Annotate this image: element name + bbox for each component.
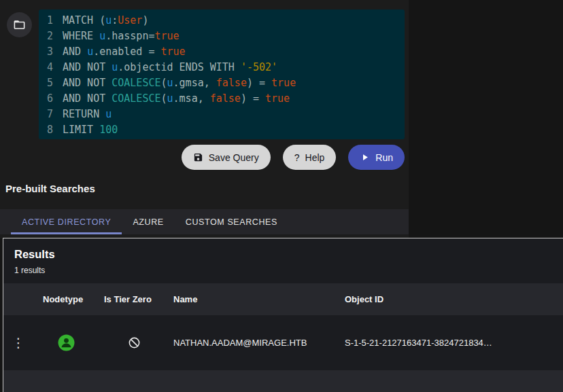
results-panel: Results 1 results Nodetype Is Tier Zero …: [3, 238, 563, 392]
row-tier-zero-cell: [99, 336, 169, 349]
question-mark-icon: ?: [294, 152, 300, 163]
save-query-button[interactable]: Save Query: [182, 145, 271, 170]
folder-icon: [13, 18, 26, 31]
prebuilt-tabs: ACTIVE DIRECTORY AZURE CUSTOM SEARCHES: [0, 209, 409, 234]
query-actions: Save Query ? Help Run: [182, 145, 405, 170]
code-line: 3AND u.enabled = true: [39, 44, 405, 60]
help-label: Help: [305, 152, 325, 163]
code-text: AND NOT COALESCE(u.msa, false) = true: [63, 91, 290, 107]
code-line: 8LIMIT 100: [39, 122, 405, 138]
column-header-tier-zero: Is Tier Zero: [99, 294, 169, 304]
code-line: 5AND NOT COALESCE(u.gmsa, false) = true: [39, 75, 405, 91]
code-line: 7RETURN u: [39, 107, 405, 122]
cypher-query-editor[interactable]: 1MATCH (u:User)2WHERE u.hasspn=true3AND …: [39, 10, 405, 139]
line-number: 1: [39, 13, 53, 29]
results-count: 1 results: [14, 266, 553, 275]
play-icon: [360, 152, 370, 162]
results-header: Results 1 results: [3, 238, 563, 283]
prebuilt-searches-title: Pre-built Searches: [5, 183, 95, 194]
line-number: 4: [39, 60, 53, 75]
results-title: Results: [14, 248, 553, 261]
code-text: MATCH (u:User): [63, 13, 148, 29]
not-tier-zero-icon: [128, 336, 141, 349]
code-text: LIMIT 100: [63, 122, 118, 138]
column-header-name: Name: [169, 294, 342, 304]
line-number: 6: [39, 91, 53, 107]
code-text: AND u.enabled = true: [63, 44, 186, 60]
code-line: 2WHERE u.hasspn=true: [39, 29, 405, 44]
open-saved-queries-button[interactable]: [7, 12, 32, 37]
row-object-id: S-1-5-21-2127163471-3824721834…: [342, 338, 563, 348]
user-node-icon: [58, 334, 75, 351]
run-label: Run: [375, 152, 393, 163]
line-number: 2: [39, 29, 53, 44]
line-number: 8: [39, 122, 53, 138]
code-text: WHERE u.hasspn=true: [63, 29, 180, 44]
line-number: 3: [39, 44, 53, 60]
row-menu-button[interactable]: ⋮: [3, 336, 33, 349]
line-number: 7: [39, 107, 53, 122]
code-line: 1MATCH (u:User): [39, 13, 405, 29]
tab-custom-searches[interactable]: CUSTOM SEARCHES: [175, 209, 288, 234]
code-line: 6AND NOT COALESCE(u.msa, false) = true: [39, 91, 405, 107]
code-lines: 1MATCH (u:User)2WHERE u.hasspn=true3AND …: [39, 13, 405, 138]
row-menu-cell: ⋮: [3, 336, 33, 349]
row-nodetype-cell: [33, 334, 99, 351]
tab-active-directory[interactable]: ACTIVE DIRECTORY: [11, 209, 122, 234]
tab-azure[interactable]: AZURE: [122, 209, 174, 234]
code-line: 4AND NOT u.objectid ENDS WITH '-502': [39, 60, 405, 75]
column-header-object-id: Object ID: [342, 294, 563, 304]
help-button[interactable]: ? Help: [283, 145, 337, 170]
table-row[interactable]: ⋮ NATHAN.AADAM@MIRAGE.HTB S-1-5-21-21271…: [3, 315, 563, 370]
code-text: RETURN u: [63, 107, 112, 122]
row-name: NATHAN.AADAM@MIRAGE.HTB: [169, 338, 342, 348]
run-button[interactable]: Run: [348, 145, 405, 170]
code-text: AND NOT COALESCE(u.gmsa, false) = true: [63, 75, 296, 91]
line-number: 5: [39, 75, 53, 91]
code-text: AND NOT u.objectid ENDS WITH '-502': [63, 60, 277, 75]
results-table-header: Nodetype Is Tier Zero Name Object ID: [3, 283, 563, 315]
table-footer: [3, 370, 563, 392]
column-header-nodetype: Nodetype: [33, 294, 99, 304]
save-query-label: Save Query: [209, 152, 259, 163]
save-icon: [193, 152, 203, 162]
